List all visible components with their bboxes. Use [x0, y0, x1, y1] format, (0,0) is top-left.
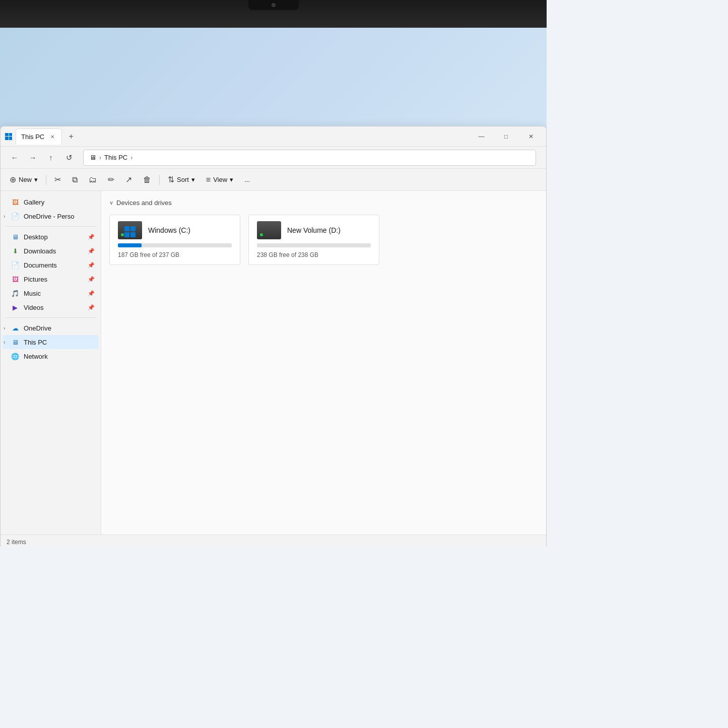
address-this-pc: This PC — [104, 154, 127, 161]
drive-c-bar-fill — [118, 243, 142, 247]
paste-button[interactable]: 🗂 — [84, 172, 102, 188]
monitor-icon: 🖥 — [90, 154, 96, 161]
thispc-icon: 🖥 — [11, 338, 20, 347]
drive-item-c[interactable]: Windows (C:) 187 GB free of 237 GB — [109, 215, 240, 265]
minimize-button[interactable]: — — [470, 129, 493, 144]
sidebar-item-downloads[interactable]: ⬇ Downloads 📌 — [3, 244, 99, 258]
new-tab-button[interactable]: + — [64, 129, 78, 144]
more-icon: ... — [244, 176, 250, 183]
explorer-window: This PC ✕ + — □ ✕ ← → ↑ ↺ 🖥 › This PC › — [0, 126, 547, 547]
delete-button[interactable]: 🗑 — [138, 172, 156, 188]
sidebar-item-music[interactable]: 🎵 Music 📌 — [3, 286, 99, 300]
sidebar-item-documents[interactable]: 📄 Documents 📌 — [3, 258, 99, 272]
view-label: View — [213, 176, 227, 183]
sidebar-label-downloads: Downloads — [24, 247, 56, 255]
rename-icon: ✏ — [108, 175, 114, 184]
toolbar-divider-1 — [46, 175, 46, 185]
sidebar-label-music: Music — [24, 290, 41, 297]
maximize-button[interactable]: □ — [495, 129, 517, 144]
drive-d-bar-container — [257, 243, 371, 247]
sidebar-item-network[interactable]: 🌐 Network — [3, 349, 99, 363]
tab-this-pc[interactable]: This PC ✕ — [16, 128, 62, 145]
tab-close-button[interactable]: ✕ — [48, 133, 56, 141]
forward-button[interactable]: → — [25, 150, 41, 166]
downloads-pin-icon: 📌 — [88, 248, 95, 254]
up-button[interactable]: ↑ — [43, 150, 59, 166]
drive-c-header: Windows (C:) — [118, 221, 232, 239]
sidebar-item-pictures[interactable]: 🖼 Pictures 📌 — [3, 272, 99, 286]
sidebar-item-desktop[interactable]: 🖥 Desktop 📌 — [3, 230, 99, 244]
rename-button[interactable]: ✏ — [103, 172, 119, 188]
sidebar-item-onedrive-personal[interactable]: › 📄 OneDrive - Perso — [3, 209, 99, 223]
drive-c-icon — [118, 221, 142, 239]
section-title: Devices and drives — [116, 199, 172, 207]
drive-d-icon — [257, 221, 281, 239]
drives-grid: Windows (C:) 187 GB free of 237 GB — [109, 215, 538, 265]
window-controls: — □ ✕ — [470, 129, 542, 144]
address-separator-1: › — [99, 154, 101, 161]
new-button[interactable]: ⊕ New ▾ — [5, 172, 43, 188]
toolbar-divider-2 — [159, 175, 160, 185]
back-button[interactable]: ← — [7, 150, 23, 166]
address-bar[interactable]: 🖥 › This PC › — [83, 150, 536, 166]
downloads-icon: ⬇ — [11, 246, 20, 255]
view-caret-icon: ▾ — [230, 176, 233, 183]
drive-item-d[interactable]: New Volume (D:) 238 GB free of 238 GB — [248, 215, 379, 265]
network-icon: 🌐 — [11, 352, 20, 361]
sidebar-label-gallery: Gallery — [24, 198, 44, 206]
videos-icon: ▶ — [11, 303, 20, 312]
section-header: ∨ Devices and drives — [109, 199, 538, 207]
sort-icon: ⇅ — [168, 175, 174, 184]
close-button[interactable]: ✕ — [519, 129, 542, 144]
sort-button[interactable]: ⇅ Sort ▾ — [163, 172, 200, 188]
new-icon: ⊕ — [10, 175, 16, 184]
copy-icon: ⧉ — [72, 175, 78, 184]
view-icon: ≡ — [206, 175, 211, 184]
share-button[interactable]: ↗ — [120, 172, 137, 188]
drive-d-label: New Volume (D:) — [287, 226, 341, 234]
onedrive-personal-icon: 📄 — [11, 212, 20, 221]
cut-button[interactable]: ✂ — [49, 172, 66, 188]
desktop-icon: 🖥 — [11, 232, 20, 241]
expand-icon: › — [4, 214, 5, 219]
music-pin-icon: 📌 — [88, 290, 95, 297]
music-icon: 🎵 — [11, 289, 20, 298]
delete-icon: 🗑 — [143, 175, 151, 184]
drive-c-bar-container — [118, 243, 232, 247]
status-text: 2 items — [7, 539, 26, 546]
sidebar-item-onedrive[interactable]: › ☁ OneDrive — [3, 321, 99, 335]
windows-logo — [124, 226, 136, 237]
drive-c-name: Windows (C:) — [148, 226, 190, 234]
status-bar: 2 items — [1, 535, 546, 547]
desktop-background: This PC ✕ + — □ ✕ ← → ↑ ↺ 🖥 › This PC › — [0, 28, 547, 547]
nav-bar: ← → ↑ ↺ 🖥 › This PC › — [1, 147, 546, 169]
drive-c-label: Windows (C:) — [148, 226, 190, 234]
cut-icon: ✂ — [54, 175, 61, 184]
drive-d-bar-fill — [257, 243, 258, 247]
sidebar-item-videos[interactable]: ▶ Videos 📌 — [3, 300, 99, 314]
sidebar-label-desktop: Desktop — [24, 233, 48, 241]
refresh-button[interactable]: ↺ — [61, 150, 77, 166]
more-button[interactable]: ... — [239, 172, 255, 188]
sidebar-item-this-pc[interactable]: › 🖥 This PC — [3, 335, 99, 349]
new-caret-icon: ▾ — [34, 176, 38, 183]
onedrive-expand-icon: › — [4, 325, 5, 331]
tab-label: This PC — [21, 133, 44, 141]
sidebar-divider-1 — [5, 226, 97, 227]
sidebar-item-gallery[interactable]: 🖼 Gallery — [3, 195, 99, 209]
pictures-icon: 🖼 — [11, 275, 20, 284]
copy-button[interactable]: ⧉ — [67, 172, 83, 188]
main-content: 🖼 Gallery › 📄 OneDrive - Perso 🖥 Desktop… — [1, 191, 546, 535]
sidebar-label-onedrive-personal: OneDrive - Perso — [24, 213, 74, 220]
camera-notch — [248, 0, 299, 10]
share-icon: ↗ — [125, 175, 132, 184]
gallery-icon: 🖼 — [11, 197, 20, 207]
sidebar-label-this-pc: This PC — [24, 339, 47, 346]
title-bar: This PC ✕ + — □ ✕ — [1, 126, 546, 147]
paste-icon: 🗂 — [89, 175, 97, 184]
view-button[interactable]: ≡ View ▾ — [201, 172, 238, 188]
sidebar-label-pictures: Pictures — [24, 276, 47, 283]
sidebar-label-onedrive: OneDrive — [24, 324, 51, 332]
section-chevron-icon: ∨ — [109, 200, 113, 206]
desktop-pin-icon: 📌 — [88, 234, 95, 240]
